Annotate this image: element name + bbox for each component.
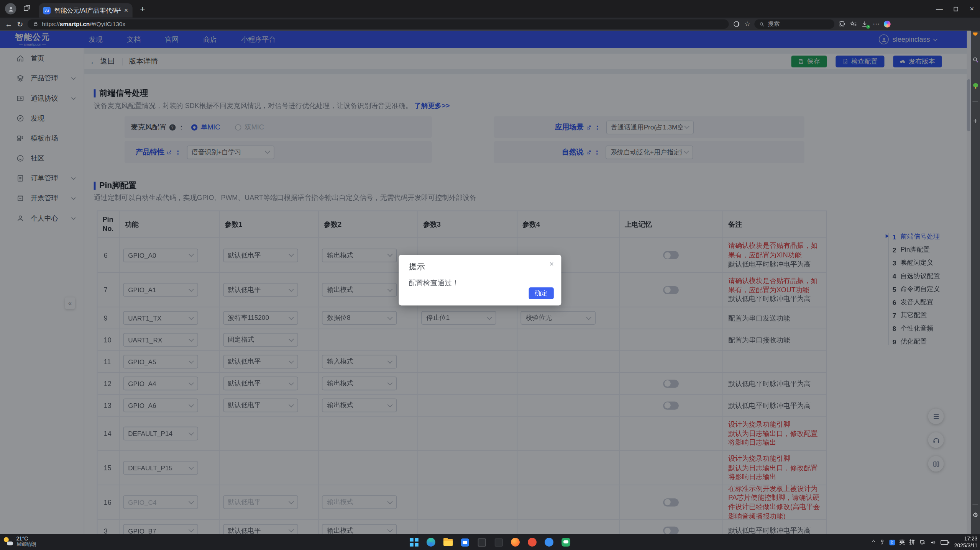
red-app-icon[interactable] [527, 537, 537, 547]
divider [971, 101, 980, 102]
tab-favicon: AI [43, 7, 51, 14]
url-text: https://smartpi.cn/#/QytlCi130x [42, 21, 125, 28]
browser-profile-avatar[interactable] [5, 3, 16, 14]
battery-icon[interactable] [941, 540, 948, 544]
windows-start-icon[interactable] [409, 537, 419, 547]
web-page: 智能公元 — smartpi.cn — 发现文档官网商店小程序平台 sleepi… [0, 31, 971, 534]
lang-indicator-en[interactable]: 英 [899, 538, 905, 546]
window-close-button[interactable]: × [964, 0, 980, 18]
favorite-star-icon[interactable]: ☆ [744, 21, 750, 27]
date: 2025/3/11 [954, 542, 978, 548]
browser-tab-bar: AI 智能公元/AI产品零代码平台 × + — × [0, 0, 980, 18]
usb-icon[interactable] [879, 537, 885, 548]
person-icon [7, 5, 14, 12]
terminal-icon[interactable] [476, 537, 486, 547]
tab-close-icon[interactable]: × [124, 7, 128, 14]
extensions-icon[interactable] [839, 21, 846, 28]
new-tab-button[interactable]: + [140, 4, 145, 14]
weather-icon [4, 537, 13, 545]
wechat-icon[interactable] [561, 537, 571, 547]
window-minimize-button[interactable]: — [931, 0, 947, 18]
hidden-icons-chevron[interactable]: ^ [872, 539, 875, 545]
temperature: 21°C [16, 535, 36, 542]
screen: AI 智能公元/AI产品零代码平台 × + — × ← ↻ https://sm… [0, 0, 980, 550]
bluetooth-icon[interactable]: ᛒ [889, 539, 895, 545]
download-complete-badge: ✓ [867, 25, 870, 29]
taskbar-app-icons [409, 534, 571, 550]
network-icon[interactable] [919, 537, 926, 548]
microsoft-store-icon[interactable] [460, 537, 469, 547]
blue-app-icon[interactable] [544, 537, 554, 547]
copilot-icon[interactable] [884, 21, 891, 28]
dialog-message: 配置检查通过！ [409, 278, 459, 288]
dialog-ok-button[interactable]: 确定 [529, 287, 554, 299]
toolbar-search-box[interactable]: 搜索 [755, 20, 835, 29]
tab-title: 智能公元/AI产品零代码平台 [54, 6, 120, 15]
system-tray: ^ ᛒ 英 拼 17:23 2025/3/11 [872, 534, 978, 550]
taskbar-clock[interactable]: 17:23 2025/3/11 [954, 535, 978, 549]
search-icon [760, 21, 765, 26]
edge-browser-icon[interactable] [426, 537, 436, 547]
window-maximize-button[interactable] [947, 0, 964, 18]
sidebar-search-icon[interactable] [971, 57, 980, 63]
search-placeholder: 搜索 [768, 20, 780, 28]
sidebar-settings-gear-icon[interactable]: ⚙ [971, 512, 980, 519]
time: 17:23 [954, 535, 978, 542]
translate-icon[interactable] [733, 21, 740, 28]
back-icon[interactable]: ← [5, 20, 13, 28]
pinned-app-icon[interactable] [971, 33, 980, 36]
weather-desc: 局部晴朗 [16, 542, 36, 548]
lock-icon [33, 21, 38, 27]
add-sidebar-item-icon[interactable]: + [971, 117, 980, 126]
message-dialog: 提示 × 配置检查通过！ 确定 [399, 255, 561, 305]
volume-icon[interactable] [930, 537, 936, 548]
browser-tab[interactable]: AI 智能公元/AI产品零代码平台 × [39, 3, 133, 18]
lang-indicator-pinyin[interactable]: 拼 [909, 538, 915, 546]
terminal-dark-icon[interactable] [493, 537, 503, 547]
window-controls: — × [931, 0, 980, 18]
address-bar[interactable]: https://smartpi.cn/#/QytlCi130x [28, 20, 729, 29]
tree-app-icon[interactable] [971, 83, 980, 89]
file-explorer-icon[interactable] [443, 537, 453, 547]
more-menu-icon[interactable]: ⋯ [873, 21, 879, 27]
divider [971, 504, 980, 505]
windows-taskbar: 21°C 局部晴朗 ^ ᛒ 英 拼 17:23 2025/3/11 [0, 534, 980, 550]
browser-toolbar: ← ↻ https://smartpi.cn/#/QytlCi130x ☆ 搜索… [0, 18, 980, 31]
taskbar-weather[interactable]: 21°C 局部晴朗 [4, 535, 36, 548]
dialog-close-icon[interactable]: × [549, 260, 553, 268]
workspaces-icon[interactable] [23, 3, 31, 14]
firefox-icon[interactable] [510, 537, 520, 547]
refresh-icon[interactable]: ↻ [17, 20, 23, 28]
browser-side-rail: + ⚙ [971, 31, 980, 534]
dialog-title: 提示 [409, 261, 425, 272]
favorites-list-icon[interactable] [850, 21, 857, 28]
downloads-icon[interactable]: ✓ [862, 21, 868, 28]
